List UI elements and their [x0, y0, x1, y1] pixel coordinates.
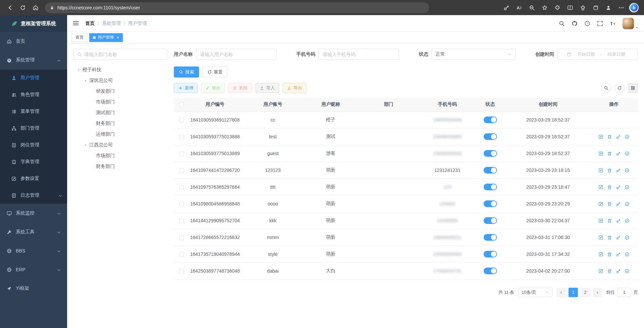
sidebar-item-Yi框架[interactable]: Yi框架 — [0, 279, 67, 298]
favorites-button[interactable] — [577, 2, 589, 13]
home-button[interactable] — [30, 2, 42, 13]
sidebar-item-菜单管理[interactable]: 菜单管理 — [0, 103, 67, 120]
collections-button[interactable] — [590, 2, 602, 13]
delete-action-button[interactable] — [607, 168, 612, 173]
tree-node-财务部门[interactable]: 财务部门 — [73, 118, 167, 129]
delete-action-button[interactable] — [607, 134, 612, 140]
address-bar[interactable]: https://ccnetcore.com:1101/system/user — [45, 2, 429, 13]
search-toggle-button[interactable] — [601, 83, 611, 93]
row-checkbox[interactable] — [179, 252, 184, 257]
sidebar-item-用户管理[interactable]: 用户管理 — [0, 69, 67, 86]
status-toggle[interactable] — [484, 150, 497, 157]
reset-password-action-button[interactable] — [616, 134, 621, 140]
assign-role-action-button[interactable] — [625, 218, 630, 224]
read-aloud-button[interactable]: A — [513, 2, 525, 13]
row-checkbox[interactable] — [179, 135, 184, 139]
delete-action-button[interactable] — [607, 185, 612, 190]
assign-role-action-button[interactable] — [625, 185, 630, 190]
reset-password-action-button[interactable] — [616, 218, 621, 224]
question-button[interactable]: ? — [584, 20, 590, 27]
refresh-button[interactable] — [17, 2, 29, 13]
修改-button[interactable]: 修改 — [201, 83, 225, 93]
page-button-1[interactable]: 1 — [568, 288, 578, 297]
more-options-button[interactable] — [615, 2, 627, 13]
status-toggle[interactable] — [484, 234, 497, 241]
status-toggle[interactable] — [484, 133, 497, 140]
导入-button[interactable]: 导入 — [255, 83, 279, 93]
status-toggle[interactable] — [484, 251, 497, 257]
back-button[interactable] — [4, 2, 16, 13]
sidebar-item-日志管理[interactable]: 日志管理 — [0, 187, 67, 204]
sidebar-item-部门管理[interactable]: 部门管理 — [0, 120, 67, 137]
edit-action-button[interactable] — [598, 134, 604, 140]
row-checkbox[interactable] — [179, 269, 184, 274]
tab-用户管理[interactable]: 用户管理 × — [89, 33, 123, 42]
sidebar-item-参数设置[interactable]: 参数设置 — [0, 170, 67, 187]
reset-password-action-button[interactable] — [616, 252, 621, 257]
reset-button[interactable]: 重置 — [202, 66, 228, 78]
add-favorite-button[interactable] — [539, 2, 551, 13]
tree-node-橙子科技[interactable]: 橙子科技 — [73, 64, 167, 75]
refresh-button[interactable] — [614, 83, 625, 93]
edit-action-button[interactable] — [598, 168, 604, 173]
assign-role-action-button[interactable] — [625, 201, 630, 207]
row-checkbox[interactable] — [179, 219, 184, 223]
zoom-out-button[interactable] — [526, 2, 538, 13]
tree-node-市场部门[interactable]: 市场部门 — [73, 97, 167, 107]
extensions-button[interactable] — [551, 2, 563, 13]
close-tab-icon[interactable]: × — [116, 35, 119, 40]
sidebar-item-系统监控[interactable]: 系统监控 — [0, 204, 67, 223]
goto-page-input[interactable] — [617, 288, 631, 297]
delete-action-button[interactable] — [607, 151, 612, 156]
edit-action-button[interactable] — [598, 252, 604, 257]
delete-action-button[interactable] — [607, 201, 612, 207]
assign-role-action-button[interactable] — [625, 269, 630, 274]
tree-node-市场部门[interactable]: 市场部门 — [73, 150, 167, 161]
row-checkbox[interactable] — [179, 185, 184, 190]
reset-password-action-button[interactable] — [616, 235, 621, 240]
sidebar-item-ERP[interactable]: ERP — [0, 260, 67, 279]
tree-node-测试部门[interactable]: 测试部门 — [73, 107, 167, 118]
row-checkbox[interactable] — [179, 151, 184, 156]
edit-action-button[interactable] — [598, 185, 604, 190]
row-checkbox[interactable] — [179, 235, 184, 240]
status-toggle[interactable] — [484, 200, 497, 207]
tree-node-财务部门[interactable]: 财务部门 — [73, 161, 167, 172]
breadcrumb-item[interactable]: 首页 — [85, 20, 95, 27]
reset-password-action-button[interactable] — [616, 185, 621, 190]
新增-button[interactable]: 新增 — [174, 83, 198, 93]
edit-action-button[interactable] — [598, 151, 604, 156]
assign-role-action-button[interactable] — [625, 151, 630, 156]
search-button[interactable]: 搜索 — [174, 66, 199, 78]
edit-action-button[interactable] — [598, 269, 604, 274]
page-size-select[interactable]: 10条/页 — [518, 288, 552, 297]
delete-action-button[interactable] — [607, 218, 612, 224]
reset-password-action-button[interactable] — [616, 269, 621, 274]
dept-search-input[interactable] — [84, 52, 163, 57]
status-toggle[interactable] — [484, 217, 497, 224]
row-checkbox[interactable] — [179, 168, 184, 173]
edit-action-button[interactable] — [598, 218, 604, 224]
next-page-button[interactable]: › — [593, 288, 602, 297]
status-toggle[interactable] — [484, 116, 497, 123]
assign-role-action-button[interactable] — [625, 235, 630, 240]
user-avatar-menu[interactable] — [623, 18, 639, 29]
copilot-button[interactable]: b — [628, 2, 640, 13]
date-range-picker[interactable]: - — [557, 49, 638, 60]
delete-action-button[interactable] — [607, 235, 612, 240]
tab-首页[interactable]: 首页 — [72, 33, 87, 42]
font-size-button[interactable]: TT — [610, 20, 616, 27]
username-input[interactable] — [200, 52, 273, 57]
assign-role-action-button[interactable] — [625, 168, 630, 173]
导出-button[interactable]: 导出 — [283, 83, 306, 93]
prev-page-button[interactable]: ‹ — [556, 288, 566, 297]
date-end-input[interactable] — [604, 52, 629, 57]
sidebar-item-字典管理[interactable]: 字典管理 — [0, 153, 67, 170]
sidebar-item-系统工具[interactable]: 系统工具 — [0, 223, 67, 241]
date-start-input[interactable] — [574, 52, 598, 57]
sidebar-item-角色管理[interactable]: 角色管理 — [0, 86, 67, 103]
fullscreen-button[interactable] — [597, 20, 603, 27]
row-checkbox[interactable] — [179, 202, 184, 206]
reset-password-action-button[interactable] — [616, 168, 621, 173]
reset-password-action-button[interactable] — [616, 151, 621, 156]
